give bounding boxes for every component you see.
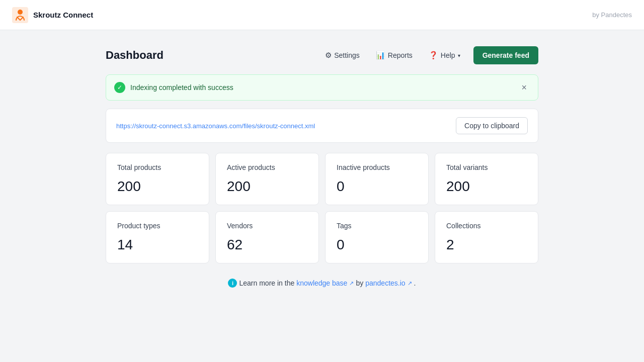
stat-card: Active products 200 [215,153,319,205]
alert-content: ✓ Indexing completed with success [114,82,233,93]
svg-rect-0 [12,7,28,23]
info-icon: i [228,279,237,288]
top-navigation: Skroutz Connect by Pandectes [0,0,644,30]
brand: Skroutz Connect [12,7,93,23]
stat-card: Collections 2 [435,211,538,263]
stat-card: Vendors 62 [215,211,319,263]
url-bar: https://skroutz-connect.s3.amazonaws.com… [106,109,538,143]
stat-card: Inactive products 0 [325,153,429,205]
generate-feed-button[interactable]: Generate feed [473,46,538,64]
brand-name: Skroutz Connect [33,11,93,19]
stat-value: 200 [446,178,527,195]
alert-close-button[interactable]: × [518,82,530,93]
stat-value: 0 [337,237,417,253]
stat-label: Collections [446,222,527,230]
settings-button[interactable]: ⚙ Settings [322,49,363,62]
external-link-icon-2: ↗ [408,280,412,287]
knowledge-base-link[interactable]: knowledge base [296,279,347,287]
brand-icon [12,7,28,23]
stat-value: 200 [227,178,307,195]
alert-message: Indexing completed with success [130,83,233,92]
stat-value: 14 [117,237,198,253]
stat-label: Inactive products [337,163,417,171]
footer-suffix: . [414,279,416,287]
stat-value: 200 [117,178,198,195]
footer-prefix: Learn more in the [239,279,294,287]
svg-point-1 [18,10,23,15]
help-button[interactable]: ❓ Help ▾ [426,49,463,62]
stat-label: Tags [337,222,417,230]
stat-card: Tags 0 [325,211,429,263]
reports-button[interactable]: 📊 Reports [373,49,416,62]
by-pandectes: by Pandectes [592,11,632,19]
stat-label: Total variants [446,163,527,171]
stat-value: 2 [446,237,527,253]
page-title: Dashboard [106,49,164,62]
stat-label: Vendors [227,222,307,230]
help-icon: ❓ [429,51,438,60]
pandectes-link[interactable]: pandectes.io [365,279,405,287]
footer: i Learn more in the knowledge base ↗ by … [106,279,538,288]
stat-card: Product types 14 [106,211,209,263]
stat-label: Product types [117,222,198,230]
reports-label: Reports [388,51,413,59]
external-link-icon-1: ↗ [349,280,354,287]
stat-label: Active products [227,163,307,171]
feed-url-link[interactable]: https://skroutz-connect.s3.amazonaws.com… [116,122,315,130]
gear-icon: ⚙ [325,51,332,60]
check-icon: ✓ [114,82,125,93]
success-alert: ✓ Indexing completed with success × [106,74,538,101]
stat-card: Total products 200 [106,153,209,205]
copy-to-clipboard-button[interactable]: Copy to clipboard [456,117,528,134]
settings-label: Settings [334,51,360,59]
stat-card: Total variants 200 [435,153,538,205]
dashboard-header: Dashboard ⚙ Settings 📊 Reports ❓ Help ▾ … [106,46,538,64]
chevron-down-icon: ▾ [458,53,460,58]
stats-row-1: Total products 200 Active products 200 I… [106,153,538,205]
stats-row-2: Product types 14 Vendors 62 Tags 0 Colle… [106,211,538,263]
reports-icon: 📊 [376,51,385,60]
header-actions: ⚙ Settings 📊 Reports ❓ Help ▾ Generate f… [322,46,538,64]
stat-label: Total products [117,163,198,171]
stat-value: 0 [337,178,417,195]
main-content: Dashboard ⚙ Settings 📊 Reports ❓ Help ▾ … [96,30,548,304]
help-label: Help [441,51,455,59]
footer-by: by [356,279,363,287]
stat-value: 62 [227,237,307,253]
